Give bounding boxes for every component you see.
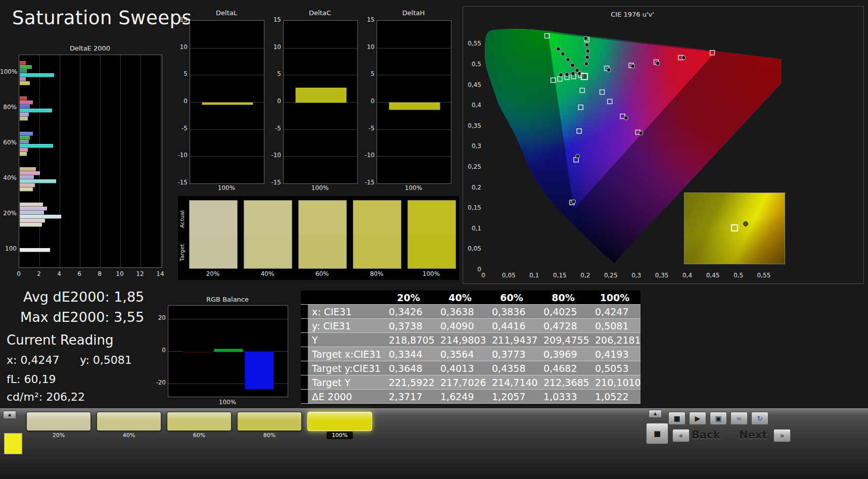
y-axis-tick-label: 5 [266,70,281,78]
y-axis-tick-label: -20 [150,378,166,387]
gridline [80,55,80,267]
table-corner-cell [301,291,308,305]
bar [20,105,30,109]
table-cell: 0,3638 [434,305,486,319]
y-axis-tick-label: 0 [150,346,166,354]
current-fl-value: fL: 60,19 [7,373,56,386]
swatch-label: 100% [407,270,455,278]
table-corner-cell [308,291,383,305]
gridline [377,156,451,157]
transport-stop-large-button[interactable]: ■ [646,423,668,444]
table-cell: 0,3344 [383,347,434,361]
swatch-label: 80% [353,270,400,278]
x-axis-tick-label: 0,5 [730,271,747,279]
x-axis-tick-label: 0,3 [628,271,645,279]
transport-save-button[interactable]: ▣ [710,412,727,425]
page-title: Saturation Sweeps [12,7,192,29]
table-cell: 1,0522 [589,390,641,404]
table-cell: 0,3648 [383,361,434,375]
saturation-level-button[interactable] [167,412,232,431]
y-axis-tick-label: -5 [266,124,281,132]
saturation-level-label: 80% [237,432,302,439]
table-row: Target y:CIE310,36480,40130,43580,46820,… [301,361,641,375]
measurement-marker [556,47,560,51]
bar [20,97,27,101]
gridline [190,129,264,130]
x-axis-tick-label: 0,35 [653,271,670,279]
nav-back-label[interactable]: Back [692,429,720,441]
bar [389,102,440,110]
y-axis-tick-label: 15 [172,16,188,24]
transport-loop-button[interactable]: ∞ [730,412,748,425]
deltah-chart [377,20,451,184]
current-point-marker [581,73,587,79]
table-cell: 0,4013 [434,361,486,375]
current-color-tile[interactable] [4,433,22,454]
gridline [168,319,288,319]
swatch-target [353,234,401,268]
nav-next-label[interactable]: Next [739,429,767,441]
x-axis-tick-label: 0 [14,270,24,278]
x-axis-tick-label: 14 [155,270,165,278]
table-header-cell: 20% [383,291,434,305]
measurement-marker [586,49,590,53]
red-bar [183,351,212,354]
table-row-label: ΔE 2000 [308,390,383,404]
bar [20,69,27,73]
table-row-label: y: CIE31 [308,319,383,333]
deltah-chart-title: DeltaH [377,9,450,17]
y-axis-tick-label: 0,15 [464,204,481,212]
table-cell: 0,3426 [383,305,434,319]
deltae2000-chart [19,55,162,268]
measurement-marker [656,61,660,65]
y-axis-tick-label: 0,4 [464,101,481,109]
transport-refresh-button[interactable]: ↻ [751,412,768,425]
table-cell: 1,0333 [537,390,589,404]
x-axis-tick-label: 0 [475,271,492,279]
table-edge-cell [301,347,308,361]
swatch-label: 60% [298,270,346,278]
saturation-level-button[interactable] [307,412,372,431]
collapse-right-button[interactable]: ▲ [649,410,662,418]
transport-play-button[interactable]: ▶ [689,412,706,425]
gridline [377,75,451,75]
measurement-marker [585,55,589,59]
table-row-label: x: CIE31 [308,305,383,319]
cie-panel: CIE 1976 u'v' [463,6,864,284]
transport-stop-button[interactable]: ■ [668,412,686,425]
saturation-level-button[interactable] [97,412,161,431]
y-axis-tick-label: -10 [172,151,188,159]
table-cell: 1,2057 [486,390,537,404]
bar [20,65,32,69]
bar [20,171,40,175]
rgb-balance-chart [168,305,288,397]
collapse-left-button[interactable]: ▲ [3,411,16,419]
table-edge-cell [301,333,308,347]
saturation-level-label: 40% [97,432,161,439]
bar [20,77,26,81]
bar [20,117,28,121]
table-edge-cell [301,319,308,333]
y-axis-tick-label: 0,25 [464,163,481,171]
saturation-level-button[interactable] [26,412,91,431]
x-axis-tick-label: 0,45 [704,271,721,279]
bar [20,136,30,140]
current-reading-heading: Current Reading [7,332,113,348]
table-cell: 0,5053 [589,361,641,375]
application-window: Saturation Sweeps DeltaE 2000 DeltaL 100… [0,0,868,479]
nav-back-arrow-button[interactable]: « [672,429,690,442]
rgb-balance-title: RGB Balance [168,296,287,303]
nav-next-arrow-button[interactable]: » [773,429,791,442]
current-x-value: x: 0,4247 [7,354,59,366]
measurement-marker [639,131,643,135]
target-row-label: Target [179,236,187,269]
y-axis-tick-label: 80% [0,103,17,111]
x-axis-tick-label: 6 [74,270,84,278]
table-cell: 0,5081 [589,319,641,333]
table-cell: 0,4090 [434,319,486,333]
bar [202,102,253,105]
saturation-level-button[interactable] [237,412,302,431]
x-axis-tick-label: 0,55 [755,271,772,279]
gridline [284,48,357,49]
table-header-cell: 100% [589,291,641,305]
